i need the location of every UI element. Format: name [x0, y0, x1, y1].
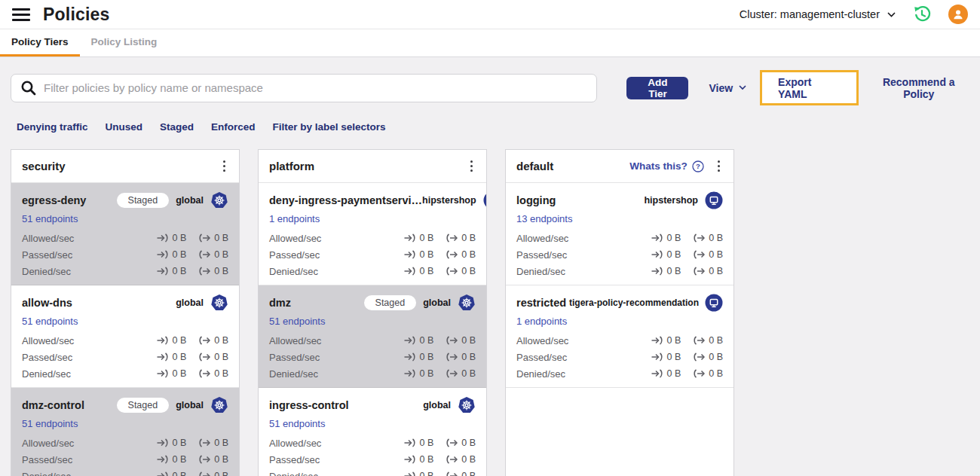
egress-traffic-icon: [199, 267, 210, 276]
tab-policy-tiers[interactable]: Policy Tiers: [0, 29, 80, 56]
filter-label-selectors[interactable]: Filter by label selectors: [273, 121, 386, 133]
policy-card-deny-ingress-paymentservice[interactable]: deny-ingress-paymentservi… hipstershop 1…: [259, 183, 486, 285]
egress-traffic-icon: [199, 369, 210, 378]
metric-out-value: 0 B: [709, 352, 723, 362]
tier-column-default: default Whats this? ? logging hipstersho…: [505, 149, 734, 476]
egress-traffic-icon: [446, 455, 458, 464]
metric-out-value: 0 B: [709, 233, 723, 243]
endpoints-link[interactable]: 51 endpoints: [269, 316, 325, 327]
policy-scope: global: [176, 195, 204, 206]
toolbar: Add Tier View Export YAML Recommend a Po…: [11, 70, 969, 105]
ingress-traffic-icon: [157, 267, 168, 276]
metric-in-value: 0 B: [666, 266, 681, 276]
endpoints-link[interactable]: 13 endpoints: [516, 213, 572, 224]
tier-menu-icon[interactable]: [220, 157, 228, 175]
metric-in-value: 0 B: [666, 233, 681, 243]
metric-out-value: 0 B: [214, 454, 228, 465]
export-yaml-button[interactable]: Export YAML: [760, 70, 858, 105]
view-dropdown-button[interactable]: View: [709, 82, 746, 94]
ingress-traffic-icon: [404, 267, 415, 276]
policy-filter-input[interactable]: [44, 81, 587, 94]
metric-out-value: 0 B: [461, 454, 476, 465]
metric-out-value: 0 B: [461, 249, 476, 260]
ingress-traffic-icon: [157, 438, 168, 447]
filter-denying-traffic[interactable]: Denying traffic: [17, 121, 88, 133]
search-box[interactable]: [11, 74, 597, 102]
metric-out-value: 0 B: [709, 249, 723, 260]
tab-bar: Policy Tiers Policy Listing: [0, 29, 980, 57]
hamburger-menu-icon[interactable]: [12, 8, 30, 21]
user-avatar[interactable]: [948, 5, 968, 24]
egress-traffic-icon: [446, 336, 458, 345]
cluster-selector[interactable]: Cluster: management-cluster: [740, 8, 896, 20]
metric-label: Denied/sec: [269, 471, 318, 476]
metric-in-value: 0 B: [419, 471, 433, 476]
recommend-policy-button[interactable]: Recommend a Policy: [868, 76, 969, 100]
metric-in-value: 0 B: [419, 249, 433, 260]
metric-out-value: 0 B: [214, 233, 228, 243]
metric-label: Passed/sec: [269, 454, 320, 465]
policy-card-dmz-control[interactable]: dmz-control Staged global 51 endpoints A…: [11, 388, 239, 476]
metric-out-value: 0 B: [214, 438, 228, 448]
filter-unused[interactable]: Unused: [106, 121, 143, 133]
policy-card-allow-dns[interactable]: allow-dns global 51 endpoints Allowed/se…: [11, 285, 239, 388]
metric-in-value: 0 B: [419, 335, 433, 346]
metric-in-value: 0 B: [419, 454, 433, 465]
ingress-traffic-icon: [157, 369, 168, 378]
metric-out-value: 0 B: [461, 266, 476, 276]
policy-name: dmz: [269, 297, 291, 309]
kubernetes-icon: [210, 191, 228, 209]
egress-traffic-icon: [199, 250, 210, 259]
namespace-icon: [483, 191, 487, 209]
policy-name: allow-dns: [22, 297, 72, 309]
metric-label: Passed/sec: [516, 352, 567, 363]
endpoints-link[interactable]: 51 endpoints: [22, 418, 78, 429]
user-icon: [952, 8, 964, 20]
policy-name: egress-deny: [22, 194, 86, 206]
metric-in-value: 0 B: [172, 471, 186, 476]
policy-card-restricted[interactable]: restricted tigera-policy-recommendation …: [506, 285, 733, 388]
policy-scope: global: [176, 400, 204, 410]
whats-this-link[interactable]: Whats this? ?: [629, 160, 704, 172]
policy-card-dmz[interactable]: dmz Staged global 51 endpoints Allowed/s…: [259, 285, 486, 388]
egress-traffic-icon: [694, 336, 705, 345]
policy-card-egress-deny[interactable]: egress-deny Staged global 51 endpoints A…: [11, 183, 239, 285]
policy-card-ingress-control[interactable]: ingress-control global 51 endpoints Allo…: [259, 388, 486, 476]
metric-in-value: 0 B: [419, 233, 433, 243]
metric-label: Passed/sec: [22, 352, 72, 363]
metric-out-value: 0 B: [461, 335, 476, 346]
metric-in-value: 0 B: [666, 335, 681, 346]
policy-name: ingress-control: [269, 399, 349, 411]
metric-in-value: 0 B: [172, 352, 186, 362]
search-icon: [20, 80, 37, 96]
metric-in-value: 0 B: [419, 266, 433, 276]
metric-in-value: 0 B: [172, 335, 186, 346]
filter-enforced[interactable]: Enforced: [211, 121, 256, 133]
metric-label: Allowed/sec: [269, 438, 321, 449]
policy-scope: global: [423, 400, 451, 410]
endpoints-link[interactable]: 1 endpoints: [269, 213, 320, 224]
endpoints-link[interactable]: 51 endpoints: [269, 418, 325, 429]
staged-badge: Staged: [117, 398, 170, 413]
metric-label: Allowed/sec: [22, 335, 74, 346]
metric-out-value: 0 B: [214, 352, 228, 362]
metric-label: Denied/sec: [22, 368, 71, 380]
history-icon[interactable]: [912, 5, 932, 24]
policy-card-logging[interactable]: logging hipstershop 13 endpoints Allowed…: [506, 183, 733, 285]
ingress-traffic-icon: [404, 471, 415, 476]
kubernetes-icon: [210, 396, 228, 414]
filter-staged[interactable]: Staged: [160, 121, 194, 133]
endpoints-link[interactable]: 51 endpoints: [22, 316, 78, 327]
tier-menu-icon[interactable]: [715, 157, 723, 175]
tier-menu-icon[interactable]: [467, 157, 476, 175]
metric-in-value: 0 B: [172, 438, 186, 448]
metric-out-value: 0 B: [461, 368, 476, 379]
tier-header: default Whats this? ?: [506, 150, 733, 183]
egress-traffic-icon: [694, 233, 705, 243]
metric-label: Allowed/sec: [22, 233, 74, 244]
endpoints-link[interactable]: 51 endpoints: [22, 213, 78, 224]
tab-policy-listing[interactable]: Policy Listing: [80, 29, 169, 56]
egress-traffic-icon: [694, 250, 705, 259]
endpoints-link[interactable]: 1 endpoints: [516, 316, 567, 327]
add-tier-button[interactable]: Add Tier: [626, 77, 688, 99]
